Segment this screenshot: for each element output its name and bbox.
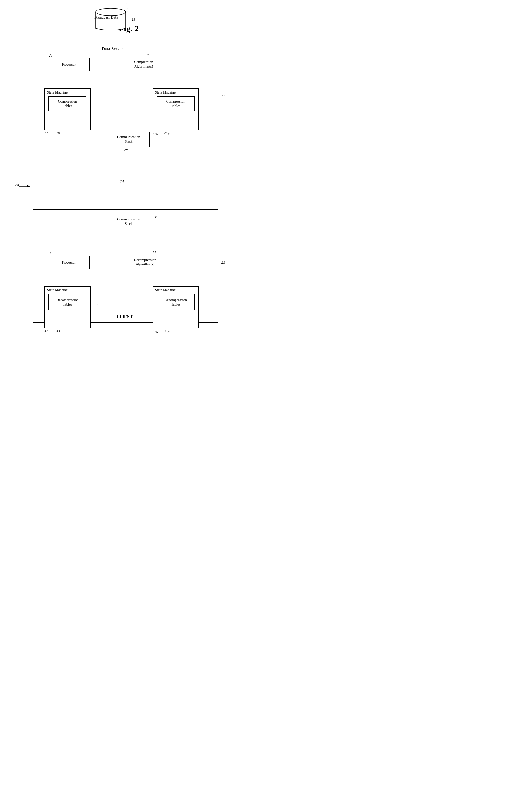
client-processor-box: Processor [48,256,90,269]
ref-32: 32 [44,329,48,334]
ref-33n: 33N [164,329,170,334]
dots-ds: · · · [97,106,110,112]
decomp-alg-box: Decompression Algorithm(s) [124,254,166,271]
ref-20-arrow [17,182,32,191]
ref-25: 25 [49,53,52,58]
ref-27: 27 [44,131,48,136]
ref-22: 22 [221,93,225,97]
dots-client: · · · [97,302,110,308]
client-state-machine-left-label: State Machine [47,288,67,292]
client-comm-stack-box: Communication Stack [106,214,151,229]
ds-compression-tables-left-box: Compression Tables [49,96,86,111]
data-server-label: Data Server [102,46,123,51]
ds-processor-box: Processor [48,58,90,71]
fig-label: Fig. 2 [0,24,258,42]
ds-state-machine-right-label: State Machine [155,90,176,95]
ref-32n: 32N [152,329,158,334]
diagram-container: Broadcast Data 21 Data Server 22 Process… [0,0,258,18]
ref-28n: 28N [164,131,170,136]
client-decomp-tables-right-box: Decompression Tables [157,294,195,310]
compression-alg-box: Compression Algorithm(s) [124,56,163,73]
ref-30: 30 [49,251,52,256]
ref-24: 24 [120,179,124,184]
client-state-machine-right-label: State Machine [155,288,176,292]
ref-29: 29 [124,148,128,152]
ds-comm-stack-box: Communication Stack [108,132,149,147]
client-label: CLIENT [117,315,133,319]
ref-31: 31 [152,250,156,254]
client-decomp-tables-left-box: Decompression Tables [49,294,86,310]
ref-33: 33 [56,329,60,334]
ref-26: 26 [147,52,150,57]
ref-21: 21 [132,17,135,22]
ref-34: 34 [154,215,158,219]
ds-state-machine-left-label: State Machine [47,90,67,95]
svg-point-17 [96,8,125,16]
broadcast-data-label: Broadcast Data [94,15,118,20]
arrows-svg [0,0,258,18]
ref-28: 28 [56,131,60,136]
ref-23: 23 [221,260,225,265]
ds-compression-tables-right-box: Compression Tables [157,96,195,111]
ref-27n: 27N [152,131,158,136]
